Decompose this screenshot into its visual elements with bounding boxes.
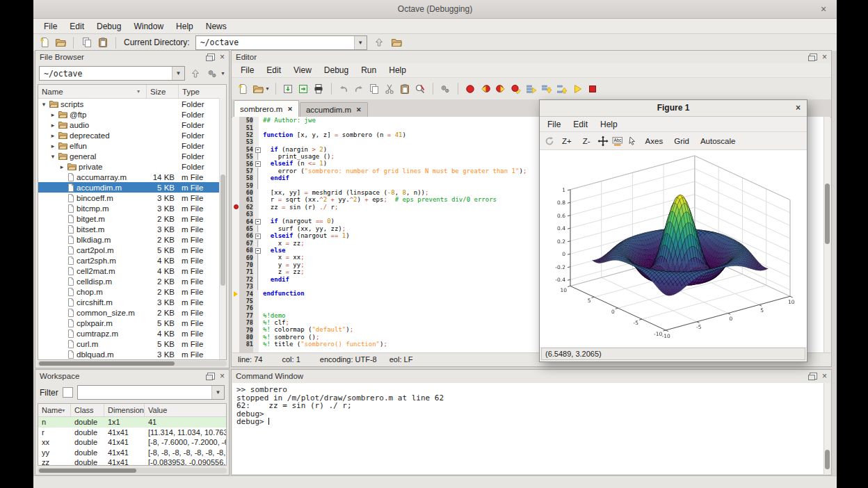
text-abc-icon[interactable]: Abc <box>611 135 625 147</box>
bp-prev-icon[interactable] <box>479 83 492 95</box>
expand-arrow-icon[interactable]: ▾ <box>40 101 47 108</box>
menu-item-debug[interactable]: Debug <box>90 22 127 31</box>
editor-menu-item-help[interactable]: Help <box>383 65 412 75</box>
bp-icon[interactable] <box>464 83 477 95</box>
up-dir-icon[interactable] <box>373 36 386 49</box>
file-row-cumtrapz-m[interactable]: cumtrapz.m4 KBm File <box>38 328 226 339</box>
editor-menu-item-edit[interactable]: Edit <box>260 65 287 75</box>
figure-tool-grid[interactable]: Grid <box>669 137 694 145</box>
close-icon[interactable]: × <box>220 373 225 380</box>
undo-icon[interactable] <box>337 83 351 95</box>
rotate-icon[interactable] <box>542 135 556 147</box>
step-out-icon[interactable] <box>556 83 569 95</box>
workspace-row-zz[interactable]: zzdouble41x41[-0.083953, -0.090556, -0 <box>38 457 226 466</box>
undock-icon[interactable] <box>207 373 215 380</box>
file-row-bincoeff-m[interactable]: bincoeff.m3 KBm File <box>38 193 226 203</box>
open-folder-icon[interactable] <box>390 36 403 49</box>
current-directory-combo[interactable]: ~/octave ▼ <box>195 35 367 50</box>
workspace-row-n[interactable]: ndouble1x141 <box>38 417 226 428</box>
step-icon[interactable] <box>525 83 538 95</box>
file-row-cplxpair-m[interactable]: cplxpair.m5 KBm File <box>38 318 226 328</box>
paste-icon[interactable] <box>399 83 412 95</box>
file-row-celldisp-m[interactable]: celldisp.m2 KBm File <box>38 276 226 286</box>
redo-icon[interactable] <box>353 83 366 95</box>
filter-combo[interactable]: ▼ <box>77 385 225 400</box>
menu-item-news[interactable]: News <box>200 22 233 31</box>
expand-arrow-icon[interactable]: ▸ <box>58 163 65 170</box>
expand-arrow-icon[interactable]: ▸ <box>49 143 56 149</box>
breakpoint-icon[interactable] <box>234 204 239 209</box>
directory-up-icon[interactable] <box>188 67 202 80</box>
column-header-value[interactable]: Value <box>145 404 226 416</box>
open-folder-icon[interactable] <box>251 83 264 95</box>
file-row-cart2sph-m[interactable]: cart2sph.m4 KBm File <box>38 255 226 266</box>
expand-arrow-icon[interactable]: ▸ <box>49 111 56 118</box>
gears-icon[interactable] <box>439 83 452 95</box>
file-row-circshift-m[interactable]: circshift.m3 KBm File <box>38 297 226 307</box>
save-icon[interactable] <box>282 83 295 95</box>
menu-item-edit[interactable]: Edit <box>63 22 90 31</box>
file-row-deprecated[interactable]: ▸deprecatedFolder <box>38 130 226 140</box>
column-header-class[interactable]: Class <box>71 404 104 416</box>
chevron-down-icon[interactable]: ▼ <box>211 386 224 399</box>
expand-arrow-icon[interactable]: ▸ <box>49 132 56 139</box>
workspace-row-yy[interactable]: yydouble41x41[-8, -8, -8, -8, -8, -8, -8… <box>38 448 226 458</box>
new-file-icon[interactable] <box>236 83 249 95</box>
tab-close-icon[interactable]: ✕ <box>287 106 293 113</box>
file-row-curl-m[interactable]: curl.m5 KBm File <box>38 339 226 349</box>
run-icon[interactable] <box>571 83 584 95</box>
file-row-bitcmp-m[interactable]: bitcmp.m3 KBm File <box>38 203 226 213</box>
save-all-icon[interactable] <box>297 83 310 95</box>
window-close-icon[interactable]: × <box>817 0 830 18</box>
expand-arrow-icon[interactable]: ▾ <box>49 153 56 160</box>
cut-icon[interactable] <box>383 83 396 95</box>
editor-menu-item-file[interactable]: File <box>234 65 260 75</box>
expand-arrow-icon[interactable]: ▸ <box>49 122 56 129</box>
file-browser-path-combo[interactable]: ~/octave ▼ <box>39 66 185 81</box>
editor-tab-sombrero-m[interactable]: sombrero.m✕ <box>234 100 299 117</box>
workspace-row-r[interactable]: rdouble41x41[11.314, 11.034, 10.763, <box>38 428 226 438</box>
file-row-bitget-m[interactable]: bitget.m2 KBm File <box>38 213 226 224</box>
file-row-scripts[interactable]: ▾scriptsFolder <box>38 99 226 109</box>
bp-next-icon[interactable] <box>495 83 508 95</box>
file-row-cell2mat-m[interactable]: cell2mat.m4 KBm File <box>38 266 226 276</box>
figure-tool-axes[interactable]: Axes <box>641 137 668 145</box>
file-row-audio[interactable]: ▸audioFolder <box>38 120 226 130</box>
menu-item-file[interactable]: File <box>38 22 63 31</box>
breakpoint-margin[interactable] <box>232 204 239 209</box>
figure-tool-z[interactable]: Z+ <box>557 137 577 145</box>
copy-icon[interactable] <box>80 36 93 49</box>
chevron-down-icon[interactable]: ▼ <box>172 67 184 80</box>
figure-menu-item-file[interactable]: File <box>541 120 567 129</box>
sombrero-surface-plot[interactable] <box>540 150 807 347</box>
chevron-down-icon[interactable]: ▼ <box>220 71 225 76</box>
undock-icon[interactable] <box>207 54 215 60</box>
close-icon[interactable]: × <box>822 54 827 60</box>
figure-close-icon[interactable]: × <box>796 100 801 116</box>
fold-marker[interactable] <box>255 232 261 239</box>
command-window-output[interactable]: >> sombrerostopped in /m/plot/draw/sombr… <box>232 383 830 474</box>
close-icon[interactable]: × <box>822 373 827 380</box>
find-icon[interactable] <box>414 83 427 95</box>
editor-vertical-scrollbar[interactable] <box>823 117 830 354</box>
file-row-elfun[interactable]: ▸elfunFolder <box>38 140 226 151</box>
print-icon[interactable] <box>312 83 326 95</box>
column-header-size[interactable]: Size <box>147 85 179 98</box>
file-browser-vertical-scrollbar[interactable] <box>219 98 226 359</box>
figure-tool-autoscale[interactable]: Autoscale <box>696 137 741 145</box>
figure-titlebar[interactable]: Figure 1 × <box>540 100 807 117</box>
file-row-accumdim-m[interactable]: accumdim.m5 KBm File <box>38 182 226 193</box>
command-window-scrollbar[interactable] <box>823 383 830 474</box>
editor-menu-item-debug[interactable]: Debug <box>318 65 355 75</box>
figure-menu-item-edit[interactable]: Edit <box>567 120 594 129</box>
undock-icon[interactable] <box>810 54 817 60</box>
figure-tool-z[interactable]: Z- <box>578 137 595 145</box>
column-header-dimension[interactable]: Dimension <box>104 404 145 416</box>
bp-clear-icon[interactable] <box>510 83 523 95</box>
menu-item-window[interactable]: Window <box>127 22 170 31</box>
chevron-down-icon[interactable]: ▼ <box>265 86 270 91</box>
editor-menu-item-run[interactable]: Run <box>355 65 383 75</box>
new-file-icon[interactable] <box>38 36 51 49</box>
pan-icon[interactable] <box>597 135 610 147</box>
stop-icon[interactable] <box>586 83 600 95</box>
